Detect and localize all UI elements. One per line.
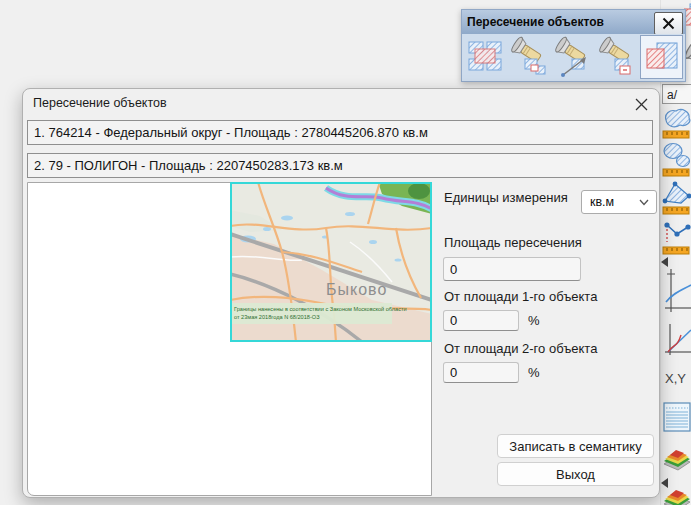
surface-3d-icon[interactable] [662,490,691,505]
tool-intersect-grid-button[interactable] [464,36,506,78]
units-value: кв.м [590,195,614,209]
dialog-title: Пересечение объектов [33,96,167,110]
map-town-label: Быково [326,281,387,298]
intersection-area-input[interactable] [443,257,581,281]
tool-intersect-two-button[interactable] [640,35,683,79]
intersection-toolbar: Пересечение объектов [461,9,686,82]
toolbar-title: Пересечение объектов [467,15,604,29]
text-a-label: a/ [667,88,678,102]
dialog-close-button[interactable] [631,94,651,114]
map-view[interactable]: Быково Границы нанесены в соответствии с… [230,182,432,342]
search-line-icon [551,36,591,78]
from-area2-input[interactable] [443,362,519,383]
chevron-down-icon [639,199,649,206]
collapse-arrow-icon[interactable] [661,478,669,488]
graph-profile-icon[interactable] [664,266,691,318]
map-panel: Быково Границы нанесены в соответствии с… [27,182,432,496]
intersect-two-icon [644,40,680,74]
from-area2-label: От площади 2-го объекта [444,341,597,356]
measure-area-icon[interactable] [662,106,691,140]
exit-button[interactable]: Выход [497,462,654,486]
close-icon [662,17,675,30]
notebook-icon[interactable] [662,400,691,436]
search-object-icon [507,36,547,78]
toolbar-tools-row [462,34,685,81]
write-to-semantics-button[interactable]: Записать в семантику [497,434,654,458]
measure-objects-icon[interactable] [662,142,691,178]
tool-search-rect-button[interactable] [594,36,636,78]
text-a-icon[interactable]: a/ [662,84,691,104]
intersection-area-label: Площадь пересечения [444,235,582,250]
from-area1-label: От площади 1-го объекта [444,289,597,304]
graph-slope-icon[interactable] [664,322,691,360]
toolbar-close-button[interactable] [654,12,683,35]
from-area1-percent-sign: % [528,313,540,328]
measure-polyline-icon[interactable] [662,218,691,256]
from-area2-percent-sign: % [528,365,540,380]
close-icon [635,98,648,111]
object2-info-row[interactable]: 2. 79 - ПОЛИГОН - Площадь : 2207450283.1… [27,153,653,178]
toolbar-titlebar[interactable]: Пересечение объектов [462,10,685,34]
xy-coordinates-icon[interactable]: X,Y [664,363,691,395]
xy-label: X,Y [665,371,686,386]
intersect-grid-icon [466,39,504,75]
intersection-dialog: Пересечение объектов 1. 764214 - Федерал… [22,88,660,498]
units-label: Единицы измерения [444,190,568,205]
tool-search-object-button[interactable] [506,36,548,78]
map-image: Быково Границы нанесены в соответствии с… [230,182,432,342]
map-attribution-line1: Границы нанесены в соответствии с Законо… [234,306,407,312]
from-area1-input[interactable] [443,310,519,331]
units-dropdown[interactable]: кв.м [581,190,657,214]
measure-polygon-icon[interactable] [662,180,691,216]
map-attribution-line2: от 23мая 2018года N 68/2018-ОЗ [234,314,320,320]
tool-search-line-button[interactable] [550,36,592,78]
object1-info-row[interactable]: 1. 764214 - Федеральный округ - Площадь … [27,120,653,145]
surface-3d-icon[interactable] [662,442,691,474]
search-rect-icon [595,36,635,78]
